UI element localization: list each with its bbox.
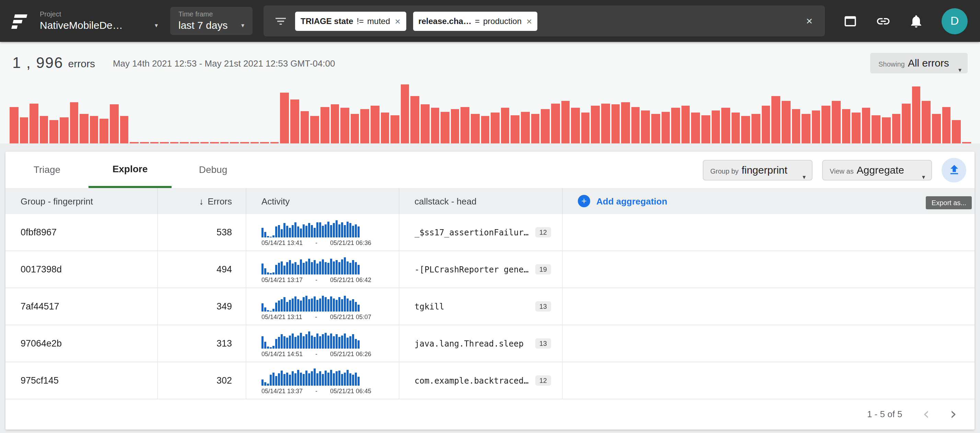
histogram-bar[interactable] <box>190 142 199 143</box>
tab-explore[interactable]: Explore <box>89 152 172 188</box>
histogram-bar[interactable] <box>501 108 509 143</box>
fingerprint-cell[interactable]: 975cf145 <box>5 362 158 399</box>
filter-chip[interactable]: release.cha…=production× <box>413 11 537 30</box>
histogram-bar[interactable] <box>210 142 219 143</box>
histogram-bar[interactable] <box>761 106 770 143</box>
timeframe-selector[interactable]: Time frame last 7 days ▾ <box>170 7 253 35</box>
histogram-bar[interactable] <box>952 120 961 143</box>
project-selector[interactable]: Project NativeMobileDe… ▾ <box>40 10 158 32</box>
column-header-activity[interactable]: Activity <box>247 188 399 214</box>
histogram-bar[interactable] <box>942 107 950 143</box>
column-header-errors[interactable]: ↓ Errors <box>158 188 247 214</box>
histogram-bar[interactable] <box>641 110 650 143</box>
histogram-bar[interactable] <box>751 114 760 143</box>
histogram-bar[interactable] <box>882 117 891 143</box>
histogram-bar[interactable] <box>691 113 700 143</box>
column-header-callstack[interactable]: callstack - head <box>399 188 563 214</box>
tab-debug[interactable]: Debug <box>172 152 255 188</box>
histogram-bar[interactable] <box>912 87 921 143</box>
bell-icon[interactable] <box>908 13 924 29</box>
histogram-bar[interactable] <box>200 142 208 143</box>
histogram-bar[interactable] <box>802 114 810 143</box>
histogram-bar[interactable] <box>150 142 159 143</box>
histogram-bar[interactable] <box>411 96 419 143</box>
histogram-bar[interactable] <box>380 113 389 143</box>
table-row[interactable]: 975cf14530205/14/21 13:37-05/21/21 06:45… <box>5 362 975 400</box>
filter-bar[interactable]: TRIAGE state!=muted×release.cha…=product… <box>264 5 825 37</box>
histogram-bar[interactable] <box>591 106 600 143</box>
histogram-bar[interactable] <box>772 96 780 143</box>
histogram-bar[interactable] <box>611 105 620 144</box>
histogram-bar[interactable] <box>180 142 189 143</box>
histogram-bar[interactable] <box>70 102 78 143</box>
histogram-bar[interactable] <box>852 113 860 143</box>
histogram-bar[interactable] <box>240 142 249 143</box>
histogram-bar[interactable] <box>290 100 299 143</box>
histogram-bar[interactable] <box>331 105 339 144</box>
histogram-bar[interactable] <box>230 142 239 143</box>
histogram-bar[interactable] <box>892 114 900 143</box>
histogram-bar[interactable] <box>10 107 18 143</box>
histogram-bar[interactable] <box>962 142 971 143</box>
fingerprint-cell[interactable]: 0017398d <box>5 251 158 288</box>
histogram-bar[interactable] <box>220 142 229 143</box>
histogram-bar[interactable] <box>491 113 500 143</box>
histogram-bar[interactable] <box>60 117 68 143</box>
export-button[interactable] <box>942 158 966 182</box>
table-row[interactable]: 0fbf896753805/14/21 13:41-05/21/21 06:36… <box>5 214 975 251</box>
clear-filters-icon[interactable]: × <box>803 15 815 27</box>
link-icon[interactable] <box>876 13 891 29</box>
histogram-bar[interactable] <box>581 113 590 143</box>
histogram-bar[interactable] <box>671 108 680 143</box>
sort-desc-icon[interactable]: ↓ <box>199 196 204 206</box>
histogram-bar[interactable] <box>661 111 670 143</box>
histogram-bar[interactable] <box>862 108 870 143</box>
histogram-bar[interactable] <box>441 111 449 143</box>
chip-close-icon[interactable]: × <box>395 16 401 26</box>
histogram-bar[interactable] <box>792 109 800 143</box>
histogram-bar[interactable] <box>300 111 309 143</box>
histogram-bar[interactable] <box>842 109 850 143</box>
histogram-bar[interactable] <box>651 114 660 143</box>
view-as-dropdown[interactable]: View as Aggregate ▾ <box>822 159 932 180</box>
histogram-bar[interactable] <box>270 142 279 143</box>
group-by-dropdown[interactable]: Group by fingerprint ▾ <box>703 159 813 180</box>
histogram-bar[interactable] <box>280 92 289 143</box>
histogram-bar[interactable] <box>782 101 790 143</box>
histogram-bar[interactable] <box>340 108 349 143</box>
histogram-bar[interactable] <box>50 120 58 143</box>
histogram-bar[interactable] <box>722 108 730 143</box>
avatar[interactable]: D <box>942 8 968 34</box>
histogram-bar[interactable] <box>361 109 369 143</box>
histogram-bar[interactable] <box>160 142 169 143</box>
fingerprint-cell[interactable]: 7af44517 <box>5 288 158 325</box>
histogram-bar[interactable] <box>932 114 940 143</box>
histogram-bar[interactable] <box>371 106 379 143</box>
histogram-bar[interactable] <box>471 114 479 143</box>
fingerprint-cell[interactable]: 0fbf8967 <box>5 214 158 250</box>
histogram-bar[interactable] <box>551 103 560 143</box>
histogram-bar[interactable] <box>80 114 89 143</box>
histogram-bar[interactable] <box>260 142 269 143</box>
histogram-bar[interactable] <box>531 114 539 143</box>
histogram-bar[interactable] <box>902 103 910 143</box>
histogram-bar[interactable] <box>120 116 128 143</box>
histogram-bar[interactable] <box>732 113 740 143</box>
table-row[interactable]: 97064e2b31305/14/21 14:51-05/21/21 06:26… <box>5 325 975 362</box>
histogram-bar[interactable] <box>19 117 28 143</box>
filter-chip[interactable]: TRIAGE state!=muted× <box>295 11 406 30</box>
histogram-bar[interactable] <box>30 103 38 143</box>
histogram-bar[interactable] <box>541 109 550 143</box>
histogram-bar[interactable] <box>110 105 118 144</box>
histogram-bar[interactable] <box>130 142 138 143</box>
histogram-bar[interactable] <box>511 115 520 143</box>
histogram-bar[interactable] <box>100 119 108 143</box>
histogram-bar[interactable] <box>310 116 319 143</box>
histogram-bar[interactable] <box>741 116 750 143</box>
histogram-bar[interactable] <box>170 142 179 143</box>
histogram-bar[interactable] <box>390 115 399 143</box>
histogram-bar[interactable] <box>822 106 830 143</box>
histogram-bar[interactable] <box>90 116 99 143</box>
chip-close-icon[interactable]: × <box>527 16 532 26</box>
histogram-bar[interactable] <box>621 102 630 143</box>
